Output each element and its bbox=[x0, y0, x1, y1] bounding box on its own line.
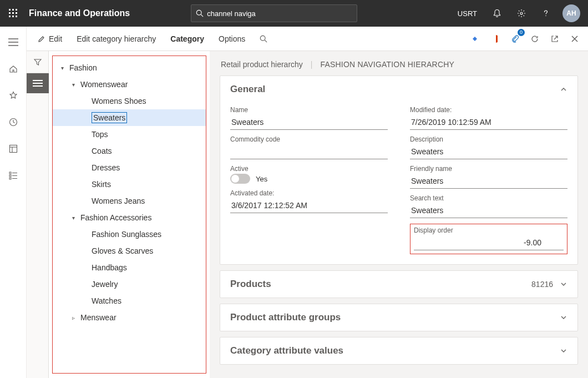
global-search-input[interactable] bbox=[207, 9, 352, 18]
svg-rect-3 bbox=[9, 12, 11, 14]
commodity-input[interactable] bbox=[230, 144, 388, 159]
waffle-icon bbox=[9, 9, 18, 18]
svg-rect-6 bbox=[9, 16, 11, 17]
close-icon bbox=[571, 35, 579, 43]
tree-node-womens-shoes[interactable]: Womens Shoes bbox=[53, 93, 206, 109]
section-product-attribute-groups-header[interactable]: Product attribute groups bbox=[220, 304, 577, 331]
tree-label: Dresses bbox=[92, 163, 120, 172]
tree-label: Fashion Accessories bbox=[80, 213, 151, 222]
section-general-header[interactable]: General bbox=[220, 76, 577, 103]
edit-label: Edit bbox=[49, 34, 62, 43]
app-launcher[interactable] bbox=[4, 4, 22, 22]
breadcrumb: Retail product hierarchy | FASHION NAVIG… bbox=[210, 51, 588, 75]
breadcrumb-separator: | bbox=[311, 60, 313, 69]
edit-button[interactable]: Edit bbox=[32, 31, 68, 47]
svg-rect-1 bbox=[12, 9, 14, 11]
nav-home[interactable] bbox=[2, 58, 24, 80]
tree-node-gloves-scarves[interactable]: Gloves & Scarves bbox=[53, 243, 206, 259]
global-search[interactable] bbox=[191, 4, 357, 22]
modified-date-label: Modified date: bbox=[410, 106, 567, 114]
tree-node-fashion-accessories[interactable]: ▾ Fashion Accessories bbox=[53, 209, 206, 226]
commodity-label: Commodity code bbox=[230, 135, 388, 143]
field-search-text: Search text bbox=[410, 194, 567, 218]
nav-modules[interactable] bbox=[2, 164, 24, 187]
company-code[interactable]: USRT bbox=[451, 9, 484, 18]
settings-button[interactable] bbox=[510, 0, 533, 27]
paperclip-icon bbox=[510, 34, 519, 43]
svg-rect-7 bbox=[12, 16, 14, 17]
bell-icon bbox=[493, 9, 501, 18]
field-activated-date: Activated date: bbox=[230, 189, 388, 213]
field-name: Name bbox=[230, 106, 388, 130]
tree-node-tops[interactable]: Tops bbox=[53, 126, 206, 143]
hamburger-icon bbox=[8, 38, 18, 46]
tree-label: Jewelry bbox=[92, 280, 118, 289]
avatar[interactable]: AH bbox=[562, 4, 580, 22]
svg-point-25 bbox=[261, 36, 266, 41]
activated-date-input[interactable] bbox=[230, 198, 388, 213]
section-category-attribute-values-header[interactable]: Category attribute values bbox=[220, 337, 577, 364]
name-input[interactable] bbox=[230, 115, 388, 130]
tree-node-womenswear[interactable]: ▾ Womenswear bbox=[53, 76, 206, 93]
close-button[interactable] bbox=[567, 31, 582, 47]
nav-hamburger[interactable] bbox=[2, 31, 24, 53]
tree-node-jewelry[interactable]: Jewelry bbox=[53, 276, 206, 293]
description-input[interactable] bbox=[410, 144, 567, 159]
chevron-up-icon bbox=[560, 85, 567, 93]
display-order-input[interactable] bbox=[414, 235, 564, 250]
tree-label: Coats bbox=[92, 147, 112, 155]
list-pane-toggle[interactable] bbox=[27, 73, 49, 93]
breadcrumb-parent[interactable]: Retail product hierarchy bbox=[221, 60, 303, 69]
tree-node-watches[interactable]: Watches bbox=[53, 293, 206, 309]
name-label: Name bbox=[230, 106, 388, 114]
tree-node-womens-jeans[interactable]: Womens Jeans bbox=[53, 193, 206, 209]
activated-date-label: Activated date: bbox=[230, 189, 388, 197]
svg-rect-0 bbox=[9, 9, 11, 11]
attachments-button[interactable]: 0 bbox=[507, 31, 523, 47]
nav-recent[interactable] bbox=[2, 111, 24, 133]
tree-node-fashion[interactable]: ▾ Fashion bbox=[53, 59, 206, 76]
refresh-button[interactable] bbox=[527, 31, 543, 47]
section-products-header[interactable]: Products 81216 bbox=[220, 271, 577, 298]
question-icon bbox=[541, 9, 550, 18]
office-button[interactable] bbox=[487, 31, 503, 47]
field-friendly-name: Friendly name bbox=[410, 165, 567, 189]
search-text-label: Search text bbox=[410, 194, 567, 202]
modified-date-input[interactable] bbox=[410, 115, 567, 130]
related-info-button[interactable] bbox=[467, 31, 483, 47]
office-icon bbox=[490, 34, 499, 43]
tree-node-skirts[interactable]: Skirts bbox=[53, 176, 206, 193]
nav-workspaces[interactable] bbox=[2, 138, 24, 160]
active-toggle[interactable] bbox=[230, 174, 250, 184]
friendly-name-input[interactable] bbox=[410, 174, 567, 189]
tree-node-handbags[interactable]: Handbags bbox=[53, 259, 206, 276]
svg-rect-8 bbox=[16, 16, 17, 17]
tree-node-sweaters[interactable]: Sweaters bbox=[53, 109, 206, 126]
notifications-button[interactable] bbox=[486, 0, 508, 27]
options-button[interactable]: Options bbox=[213, 31, 251, 47]
edit-hierarchy-button[interactable]: Edit category hierarchy bbox=[71, 31, 161, 47]
nav-favorites[interactable] bbox=[2, 84, 24, 107]
tree-label: Tops bbox=[92, 130, 108, 139]
pencil-icon bbox=[38, 35, 45, 43]
list-icon bbox=[33, 80, 43, 87]
svg-line-26 bbox=[265, 40, 267, 42]
tree-node-menswear[interactable]: ▹ Menswear bbox=[53, 309, 206, 326]
filter-button[interactable] bbox=[27, 51, 49, 73]
chevron-right-icon: ▹ bbox=[69, 315, 77, 321]
breadcrumb-current: FASHION NAVIGATION HIERARCHY bbox=[321, 60, 455, 69]
star-icon bbox=[9, 91, 18, 100]
category-button[interactable]: Category bbox=[165, 31, 210, 47]
tree-node-dresses[interactable]: Dresses bbox=[53, 159, 206, 176]
svg-point-9 bbox=[197, 10, 202, 15]
search-icon bbox=[260, 35, 267, 43]
popout-button[interactable] bbox=[547, 31, 562, 47]
page-search-button[interactable] bbox=[254, 32, 273, 46]
search-text-input[interactable] bbox=[410, 203, 567, 218]
tree-node-coats[interactable]: Coats bbox=[53, 143, 206, 159]
friendly-name-label: Friendly name bbox=[410, 165, 567, 173]
tree-label: Gloves & Scarves bbox=[92, 246, 153, 255]
tree-node-fashion-sunglasses[interactable]: Fashion Sunglasses bbox=[53, 226, 206, 243]
help-button[interactable] bbox=[535, 0, 557, 27]
tree-label: Womens Shoes bbox=[92, 97, 146, 105]
